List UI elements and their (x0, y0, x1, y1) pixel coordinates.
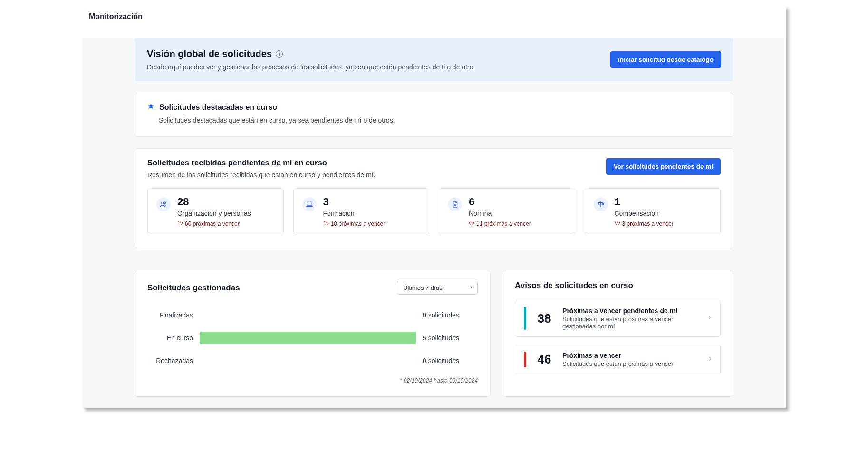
tile-label: Compensación (615, 210, 674, 217)
page-title: Monitorización (82, 6, 786, 29)
notice-desc: Solicitudes que están próximas a vencer … (562, 316, 699, 330)
featured-desc: Solicitudes destacadas que están en curs… (159, 116, 721, 124)
tile-label: Organización y personas (177, 210, 251, 217)
clock-icon (615, 220, 620, 227)
doc-icon (448, 197, 462, 211)
pending-title: Solicitudes recibidas pendientes de mí e… (147, 158, 375, 167)
pending-desc: Resumen de las solicitudes recibidas que… (147, 171, 375, 179)
featured-requests-card: Solicitudes destacadas en curso Solicitu… (135, 93, 733, 137)
tile-count: 3 (323, 196, 386, 208)
svg-point-0 (162, 202, 164, 204)
pending-tile[interactable]: 1Compensación3 próximas a vencer (585, 188, 721, 235)
notices-title: Avisos de solicitudes en curso (515, 281, 721, 290)
banner-desc: Desde aquí puedes ver y gestionar los pr… (147, 63, 610, 71)
bar-label: Finalizadas (150, 311, 193, 319)
clock-icon (323, 220, 329, 227)
people-icon (156, 197, 171, 211)
notice-accent-bar (524, 352, 526, 367)
tile-warning-text: 60 próximas a vencer (185, 221, 240, 227)
notice-title: Próximas a vencer pendientes de mí (562, 307, 699, 315)
managed-requests-card: Solicitudes gestionadas Últimos 7 días F… (135, 271, 491, 397)
bar-track (200, 332, 416, 344)
view-pending-of-me-button[interactable]: Ver solicitudes pendientes de mí (606, 158, 721, 175)
pending-tile[interactable]: 28Organización y personas60 próximas a v… (147, 188, 284, 235)
chevron-right-icon (707, 314, 714, 323)
chevron-down-icon (468, 284, 473, 291)
svg-point-1 (164, 202, 166, 203)
tile-count: 28 (177, 196, 251, 208)
bar-value: 0 solicitudes (423, 311, 475, 319)
tile-warning: 11 próximas a vencer (469, 220, 531, 227)
tile-count: 1 (615, 196, 674, 208)
laptop-icon (302, 197, 317, 211)
notice-title: Próximas a vencer (562, 352, 699, 359)
info-icon[interactable]: i (276, 50, 283, 58)
pending-tile[interactable]: 3Formación10 próximas a vencer (293, 188, 430, 235)
notice-desc: Solicitudes que están próximas a vencer (562, 360, 699, 367)
star-icon (147, 103, 154, 112)
notice-count: 38 (534, 311, 555, 326)
tile-warning: 60 próximas a vencer (177, 220, 251, 227)
bar-label: Rechazadas (150, 357, 193, 364)
pending-of-me-card: Solicitudes recibidas pendientes de mí e… (135, 148, 733, 248)
date-range-value: Últimos 7 días (403, 284, 442, 291)
clock-icon (177, 220, 183, 227)
tile-warning: 10 próximas a vencer (323, 220, 386, 227)
bar-value: 0 solicitudes (423, 357, 475, 364)
tile-label: Nómina (469, 210, 531, 217)
notice-accent-bar (524, 307, 526, 330)
managed-title: Solicitudes gestionadas (147, 283, 240, 293)
tile-warning: 3 próximas a vencer (615, 220, 674, 227)
bar-track (200, 309, 416, 321)
bar-track (200, 355, 416, 367)
global-overview-banner: Visión global de solicitudes i Desde aqu… (135, 38, 733, 81)
bar-row: Finalizadas0 solicitudes (150, 309, 475, 321)
chart-footnote: * 02/10/2024 hasta 09/10/2024 (147, 377, 478, 384)
bar-label: En curso (150, 334, 193, 342)
notice-item[interactable]: 38Próximas a vencer pendientes de míSoli… (515, 300, 721, 337)
tile-warning-text: 11 próximas a vencer (476, 221, 531, 227)
notices-card: Avisos de solicitudes en curso 38Próxima… (502, 271, 733, 397)
pending-tile[interactable]: 6Nómina11 próximas a vencer (439, 188, 575, 235)
bar-row: En curso5 solicitudes (150, 332, 475, 344)
bar-value: 5 solicitudes (423, 334, 475, 342)
balance-icon (594, 197, 608, 211)
tile-count: 6 (469, 196, 531, 208)
notice-count: 46 (534, 352, 555, 367)
svg-rect-3 (307, 202, 312, 205)
bar-fill (200, 332, 416, 344)
date-range-select[interactable]: Últimos 7 días (397, 281, 478, 295)
notice-item[interactable]: 46Próximas a vencerSolicitudes que están… (515, 345, 721, 374)
tile-warning-text: 3 próximas a vencer (622, 221, 674, 227)
start-request-from-catalog-button[interactable]: Iniciar solicitud desde catálogo (610, 51, 721, 68)
chevron-right-icon (707, 355, 714, 364)
tile-label: Formación (323, 210, 386, 217)
banner-title: Visión global de solicitudes (147, 48, 272, 59)
clock-icon (469, 220, 474, 227)
tile-warning-text: 10 próximas a vencer (331, 221, 386, 227)
featured-title: Solicitudes destacadas en curso (159, 103, 277, 112)
bar-row: Rechazadas0 solicitudes (150, 355, 475, 367)
